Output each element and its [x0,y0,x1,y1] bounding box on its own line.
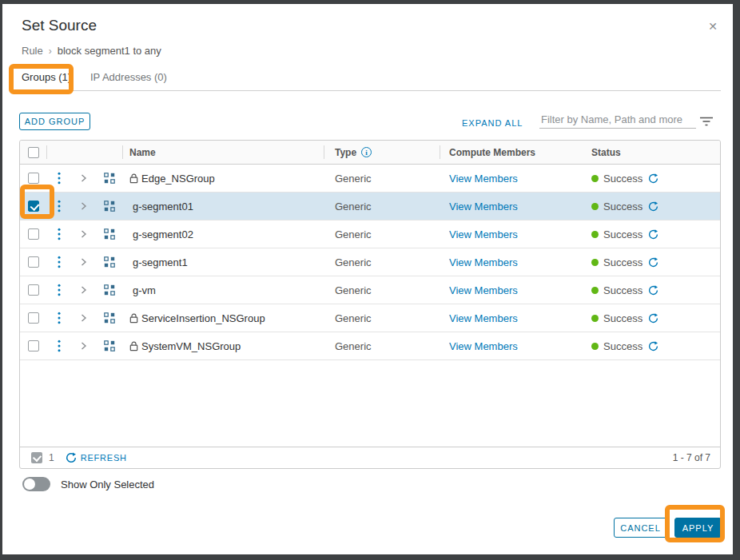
group-type: Generic [335,256,372,268]
group-type: Generic [335,201,372,212]
show-only-selected-toggle[interactable] [22,477,50,491]
refresh-status-icon[interactable] [648,229,658,240]
table-row[interactable]: g-segment1 Generic View Members Success [20,248,720,276]
group-name: Edge_NSGroup [141,173,215,185]
lock-icon [129,173,138,184]
refresh-status-icon[interactable] [648,313,658,324]
status-text: Success [603,173,643,185]
group-name: ServiceInsertion_NSGroup [141,312,265,324]
status-success-dot [591,203,599,210]
view-members-link[interactable]: View Members [449,284,518,296]
tab-bar: Groups (1) IP Addresses (0) [19,71,721,91]
table-row[interactable]: g-segment01 Generic View Members Success [20,193,720,220]
pagination-range: 1 - 7 of 7 [673,452,710,463]
table-row[interactable]: ServiceInsertion_NSGroup Generic View Me… [20,304,720,332]
status-success-dot [591,315,599,322]
table-row[interactable]: Edge_NSGroup Generic View Members Succes… [20,165,720,193]
view-members-link[interactable]: View Members [449,228,518,240]
dialog-title: Set Source [22,17,97,34]
group-icon [95,304,123,332]
group-name: g-segment01 [133,201,193,212]
column-header-name: Name [123,141,324,164]
status-success-dot [591,259,599,266]
kebab-menu-icon[interactable] [47,332,71,359]
kebab-menu-icon[interactable] [47,304,71,332]
view-members-link[interactable]: View Members [449,340,518,352]
filter-icon[interactable] [699,117,714,126]
tab-groups[interactable]: Groups (1) [22,71,71,91]
group-icon [95,193,123,220]
close-icon[interactable]: ✕ [708,21,718,32]
status-success-dot [591,287,599,294]
footer-selected-checkbox[interactable] [31,452,42,463]
view-members-link[interactable]: View Members [449,173,518,185]
refresh-status-icon[interactable] [648,341,658,351]
breadcrumb: Rule›block segment1 to any [22,45,161,57]
table-row[interactable]: SystemVM_NSGroup Generic View Members Su… [20,332,720,360]
status-text: Success [603,340,643,352]
chevron-right-icon[interactable] [71,332,95,359]
refresh-icon[interactable] [66,452,77,463]
view-members-link[interactable]: View Members [449,256,518,268]
lock-icon [129,341,138,351]
kebab-menu-icon[interactable] [47,248,71,276]
row-checkbox[interactable] [28,228,39,240]
kebab-menu-icon[interactable] [47,220,71,248]
chevron-right-icon[interactable] [71,220,95,248]
table-row[interactable]: g-vm Generic View Members Success [20,276,720,304]
refresh-button[interactable]: REFRESH [81,453,127,463]
group-type: Generic [335,284,372,296]
cancel-button[interactable]: CANCEL [614,518,667,538]
expand-all-button[interactable]: EXPAND ALL [462,118,523,128]
groups-table: Name Type i Compute Members Status [19,140,721,469]
chevron-right-icon[interactable] [71,165,95,192]
status-text: Success [603,201,643,212]
group-type: Generic [335,340,372,352]
group-icon [95,332,123,359]
group-type: Generic [335,173,372,185]
table-header: Name Type i Compute Members Status [20,141,720,165]
row-checkbox[interactable] [28,201,39,212]
tab-ip-addresses[interactable]: IP Addresses (0) [90,71,167,91]
kebab-menu-icon[interactable] [47,276,71,304]
table-row[interactable]: g-segment02 Generic View Members Success [20,220,720,248]
chevron-right-icon[interactable] [71,248,95,276]
column-header-compute-members: Compute Members [440,141,587,164]
group-name: g-segment1 [133,256,188,268]
row-checkbox[interactable] [28,312,39,324]
view-members-link[interactable]: View Members [449,312,518,324]
select-all-checkbox[interactable] [28,147,39,158]
row-checkbox[interactable] [28,284,39,296]
filter-input[interactable] [539,111,696,129]
group-name: g-segment02 [133,228,193,240]
group-icon [95,276,123,304]
kebab-menu-icon[interactable] [47,165,71,192]
chevron-right-icon[interactable] [71,276,95,304]
column-header-status: Status [587,141,720,164]
status-success-dot [591,231,599,238]
table-body: Edge_NSGroup Generic View Members Succes… [20,165,720,360]
refresh-status-icon[interactable] [648,173,658,184]
status-text: Success [603,256,643,268]
breadcrumb-separator-icon: › [49,46,52,57]
breadcrumb-parent: Rule [22,45,43,57]
row-checkbox[interactable] [28,173,39,184]
group-icon [95,220,123,248]
apply-button[interactable]: APPLY [674,518,722,538]
group-icon [95,165,123,192]
info-icon[interactable]: i [361,147,372,157]
add-group-button[interactable]: ADD GROUP [19,113,90,130]
row-checkbox[interactable] [28,256,39,268]
group-name: SystemVM_NSGroup [141,340,241,352]
group-type: Generic [335,312,372,324]
chevron-right-icon[interactable] [71,193,95,220]
header-checkbox-cell [20,141,47,164]
refresh-status-icon[interactable] [648,285,658,296]
view-members-link[interactable]: View Members [449,201,518,212]
kebab-menu-icon[interactable] [47,193,71,220]
refresh-status-icon[interactable] [648,257,658,268]
refresh-status-icon[interactable] [648,201,658,212]
group-type: Generic [335,228,372,240]
chevron-right-icon[interactable] [71,304,95,332]
row-checkbox[interactable] [28,340,39,351]
